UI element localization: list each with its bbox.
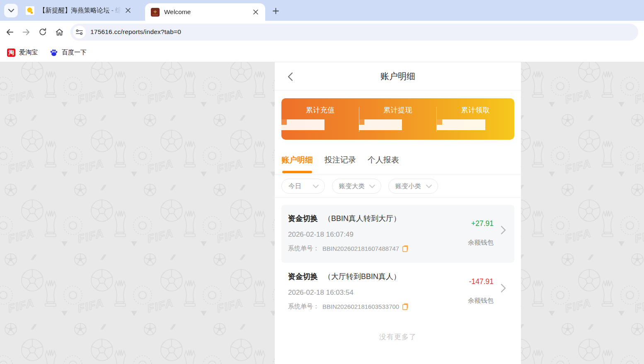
record-time: 2026-02-18 16:03:54: [288, 289, 514, 297]
order-number: BBIN202602181603533700: [322, 303, 399, 310]
tab-strip: 【新提醒】海燕策略论坛 - 综合 ⚜ Welcome: [0, 0, 644, 21]
tab-label: 账户明细: [281, 155, 313, 165]
record-wallet: 余额钱包: [468, 238, 494, 247]
record-time: 2026-02-18 16:07:49: [288, 231, 514, 239]
back-arrow-icon: [5, 27, 15, 37]
filter-date-dropdown[interactable]: 今日: [281, 179, 325, 194]
report-tabs: 账户明细 投注记录 个人报表: [275, 140, 521, 175]
chevron-down-icon: [426, 184, 432, 188]
masked-value: [359, 119, 436, 130]
masked-value: [281, 119, 359, 130]
record-amount: +27.91: [471, 219, 494, 228]
chevron-down-icon: [313, 184, 319, 188]
masked-value: [437, 119, 514, 130]
record-detail: （BBIN真人转到大厅）: [324, 214, 401, 223]
bookmark-taobao[interactable]: 淘 爱淘宝: [7, 49, 38, 57]
back-chevron-icon[interactable]: [286, 71, 296, 82]
tab-close-icon[interactable]: [250, 7, 261, 17]
filter-label: 今日: [288, 182, 301, 191]
filter-major-type-dropdown[interactable]: 账变大类: [332, 179, 381, 194]
home-icon: [55, 27, 64, 37]
baidu-paw-icon: [50, 49, 58, 57]
chevron-down-icon: [369, 184, 375, 188]
new-tab-button[interactable]: [270, 5, 281, 16]
tab-close-icon[interactable]: [123, 5, 133, 16]
summary-recharge: 累计充值: [281, 98, 359, 140]
svg-text:⚜: ⚜: [153, 9, 157, 15]
taobao-icon: 淘: [7, 49, 15, 57]
welcome-favicon-icon: ⚜: [151, 8, 160, 17]
tab-search-button[interactable]: [4, 4, 18, 17]
summary-card: 累计充值 累计提现 累计领取: [281, 98, 514, 140]
summary-label: 累计提现: [359, 105, 436, 115]
record-list: 资金切换 （BBIN真人转到大厅） 2026-02-18 16:07:49 系统…: [275, 198, 521, 342]
tab-welcome[interactable]: ⚜ Welcome: [145, 3, 265, 21]
tab-title: 【新提醒】海燕策略论坛 - 综合: [39, 6, 123, 15]
tab-account-detail[interactable]: 账户明细: [281, 146, 313, 175]
order-number: BBIN202602181607488747: [322, 245, 399, 252]
active-tab-underline: [282, 171, 312, 173]
tab-title: Welcome: [164, 8, 250, 16]
page-title: 账户明细: [275, 62, 521, 90]
divider: [436, 107, 437, 132]
home-button[interactable]: [52, 25, 66, 39]
summary-label: 累计充值: [281, 105, 359, 115]
record-type: 资金切换: [288, 272, 318, 281]
bookmark-label: 百度一下: [62, 49, 87, 56]
tab-label: 投注记录: [324, 155, 356, 165]
divider: [359, 107, 359, 132]
chevron-right-icon[interactable]: [501, 284, 506, 293]
filter-minor-type-dropdown[interactable]: 账变小类: [388, 179, 438, 194]
record-wallet: 余额钱包: [468, 296, 494, 305]
chevron-down-icon: [8, 9, 14, 12]
tab-bet-record[interactable]: 投注记录: [324, 146, 356, 175]
record-row[interactable]: 资金切换 （大厅转到BBIN真人） 2026-02-18 16:03:54 系统…: [281, 263, 514, 321]
filter-row: 今日 账变大类 账变小类: [275, 175, 521, 198]
url-text[interactable]: 175616.cc/reports/index?tab=0: [90, 28, 181, 36]
forward-arrow-icon: [22, 27, 31, 37]
bookmarks-bar: 淘 爱淘宝 百度一下: [0, 43, 644, 62]
summary-label: 累计领取: [437, 105, 514, 115]
summary-claim: 累计领取: [437, 98, 514, 140]
record-row[interactable]: 资金切换 （BBIN真人转到大厅） 2026-02-18 16:07:49 系统…: [281, 205, 514, 263]
page-background: FIFA: [0, 62, 644, 364]
order-label: 系统单号：: [288, 245, 319, 252]
tune-icon: [76, 29, 83, 35]
bookmark-baidu[interactable]: 百度一下: [50, 49, 87, 57]
reload-icon: [38, 27, 47, 36]
no-more-text: 没有更多了: [275, 332, 521, 342]
plus-icon: [273, 8, 279, 14]
tab-forum[interactable]: 【新提醒】海燕策略论坛 - 综合: [20, 0, 138, 21]
summary-withdraw: 累计提现: [359, 98, 436, 140]
record-type: 资金切换: [288, 214, 318, 223]
filter-label: 账变小类: [395, 182, 421, 191]
tab-label: 个人报表: [368, 155, 399, 165]
address-bar[interactable]: 175616.cc/reports/index?tab=0: [70, 24, 638, 41]
forward-button[interactable]: [19, 25, 33, 39]
reload-button[interactable]: [36, 25, 50, 39]
tab-personal-report[interactable]: 个人报表: [368, 146, 399, 175]
copy-icon[interactable]: [402, 303, 409, 310]
copy-icon[interactable]: [402, 245, 409, 252]
site-settings-button[interactable]: [73, 26, 86, 39]
record-detail: （大厅转到BBIN真人）: [324, 272, 401, 281]
forum-favicon-icon: [26, 6, 34, 15]
chevron-right-icon[interactable]: [501, 226, 506, 235]
browser-toolbar: 175616.cc/reports/index?tab=0: [0, 21, 644, 43]
bookmark-label: 爱淘宝: [19, 49, 38, 56]
filter-label: 账变大类: [339, 182, 365, 191]
back-button[interactable]: [2, 25, 17, 39]
panel-header: 账户明细: [275, 62, 521, 90]
order-label: 系统单号：: [288, 303, 319, 311]
account-panel: 账户明细 累计充值 累计提现 累计领取 账户明细: [275, 62, 521, 364]
record-amount: -147.91: [469, 277, 494, 286]
